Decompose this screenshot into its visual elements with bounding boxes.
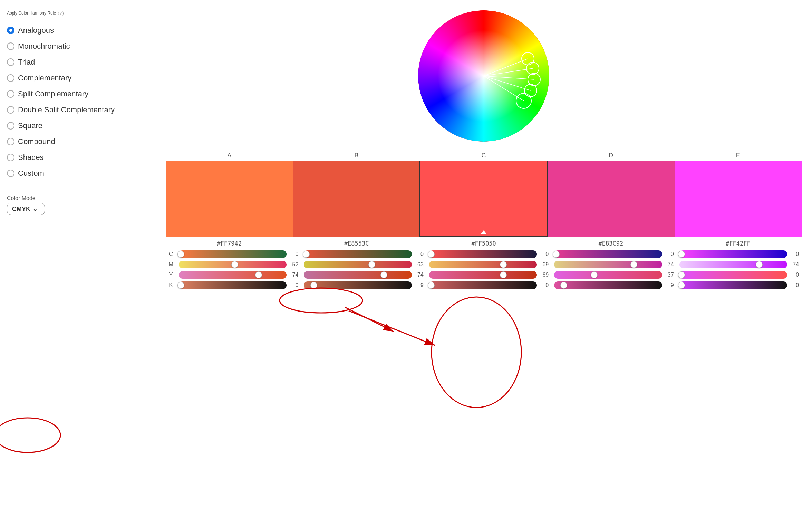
slider-value-E-M: 74	[789, 261, 799, 268]
color-bar-A[interactable]	[166, 161, 293, 237]
slider-col-A-M: 52	[176, 261, 301, 268]
slider-thumb-A-Y	[255, 271, 262, 278]
slider-col-E-K: 0	[677, 281, 802, 289]
slider-col-E-Y: 0	[677, 271, 802, 279]
hex-C: #FF5050	[420, 240, 547, 247]
radio-option-analogous[interactable]: Analogous	[7, 22, 152, 38]
radio-option-split-complementary[interactable]: Split Complementary	[7, 86, 152, 102]
radio-label-analogous: Analogous	[18, 26, 54, 35]
color-mode-select[interactable]: CMYK ⌄	[7, 203, 45, 215]
radio-label-custom: Custom	[18, 169, 44, 178]
slider-thumb-B-K	[310, 282, 317, 289]
slider-col-C-C: 0	[426, 250, 551, 258]
selected-arrow	[481, 230, 486, 234]
slider-thumb-B-Y	[380, 271, 387, 278]
slider-value-A-Y: 74	[289, 272, 298, 278]
radio-option-compound[interactable]: Compound	[7, 134, 152, 150]
radio-circle-shades	[7, 154, 14, 161]
slider-track-D-C[interactable]	[554, 250, 662, 258]
radio-option-complementary[interactable]: Complementary	[7, 70, 152, 86]
radio-label-square: Square	[18, 121, 42, 130]
slider-thumb-E-M	[756, 261, 763, 268]
slider-col-A-Y: 74	[176, 271, 301, 279]
slider-thumb-D-C	[553, 251, 560, 258]
slider-col-D-M: 74	[551, 261, 676, 268]
color-bar-C[interactable]	[419, 161, 548, 237]
slider-track-D-Y[interactable]	[554, 271, 662, 279]
slider-thumb-D-Y	[591, 271, 598, 278]
slider-value-B-Y: 74	[414, 272, 424, 278]
slider-col-C-K: 0	[426, 281, 551, 289]
swatches-area: A B C D E #FF7942 #E8553C #FF5050	[166, 152, 802, 292]
slider-col-A-C: 0	[176, 250, 301, 258]
help-icon[interactable]: ?	[58, 11, 64, 16]
slider-track-C-Y[interactable]	[429, 271, 537, 279]
slider-col-B-Y: 74	[301, 271, 426, 279]
slider-track-D-M[interactable]	[554, 261, 662, 268]
slider-track-C-M[interactable]	[429, 261, 537, 268]
color-bar-B[interactable]	[293, 161, 420, 237]
color-bar-E[interactable]	[675, 161, 802, 237]
slider-track-B-Y[interactable]	[304, 271, 412, 279]
slider-track-A-K[interactable]	[179, 281, 287, 289]
slider-col-D-K: 9	[551, 281, 676, 289]
color-wheel[interactable]: →	[418, 10, 549, 142]
slider-col-E-M: 74	[677, 261, 802, 268]
slider-thumb-C-Y	[500, 271, 507, 278]
slider-value-D-K: 9	[664, 282, 674, 288]
slider-thumb-E-Y	[678, 271, 685, 278]
slider-group-Y: 747469370	[176, 271, 802, 279]
slider-value-C-K: 0	[539, 282, 549, 288]
slider-group-K: 09090	[176, 281, 802, 289]
slider-track-B-K[interactable]	[304, 281, 412, 289]
radio-option-double-split-complementary[interactable]: Double Split Complementary	[7, 102, 152, 118]
radio-circle-monochromatic	[7, 42, 14, 50]
slider-track-D-K[interactable]	[554, 281, 662, 289]
slider-value-E-C: 0	[789, 251, 799, 257]
slider-thumb-D-K	[560, 282, 567, 289]
radio-label-monochromatic: Monochromatic	[18, 42, 70, 51]
color-mode-value: CMYK	[12, 205, 30, 213]
col-label-E: E	[675, 152, 802, 159]
slider-row-K: K09090	[166, 281, 802, 289]
slider-track-B-M[interactable]	[304, 261, 412, 268]
slider-track-C-K[interactable]	[429, 281, 537, 289]
slider-track-C-C[interactable]	[429, 250, 537, 258]
radio-option-shades[interactable]: Shades	[7, 150, 152, 165]
slider-track-E-M[interactable]	[679, 261, 787, 268]
slider-thumb-E-K	[678, 282, 685, 289]
slider-row-Y: Y747469370	[166, 271, 802, 279]
slider-value-A-K: 0	[289, 282, 298, 288]
slider-track-E-Y[interactable]	[679, 271, 787, 279]
slider-col-D-C: 0	[551, 250, 676, 258]
slider-value-A-M: 52	[289, 261, 298, 268]
slider-col-D-Y: 37	[551, 271, 676, 279]
slider-label-C: C	[166, 251, 176, 258]
slider-value-A-C: 0	[289, 251, 298, 257]
radio-label-double-split-complementary: Double Split Complementary	[18, 105, 115, 114]
slider-col-E-C: 0	[677, 250, 802, 258]
slider-track-E-C[interactable]	[679, 250, 787, 258]
slider-group-C: 00000	[176, 250, 802, 258]
slider-value-B-M: 63	[414, 261, 424, 268]
slider-thumb-B-M	[368, 261, 375, 268]
slider-label-K: K	[166, 282, 176, 289]
slider-track-A-M[interactable]	[179, 261, 287, 268]
hex-A: #FF7942	[166, 240, 293, 247]
slider-thumb-B-C	[303, 251, 310, 258]
radio-option-custom[interactable]: Custom	[7, 165, 152, 181]
slider-value-E-Y: 0	[789, 272, 799, 278]
slider-track-A-Y[interactable]	[179, 271, 287, 279]
center-arrow: →	[532, 76, 536, 82]
radio-option-monochromatic[interactable]: Monochromatic	[7, 38, 152, 54]
slider-track-E-K[interactable]	[679, 281, 787, 289]
radio-option-triad[interactable]: Triad	[7, 54, 152, 70]
radio-option-square[interactable]: Square	[7, 118, 152, 134]
radio-circle-square	[7, 122, 14, 130]
radio-label-compound: Compound	[18, 137, 55, 146]
slider-track-B-C[interactable]	[304, 250, 412, 258]
radio-label-shades: Shades	[18, 153, 44, 162]
slider-thumb-A-M	[231, 261, 238, 268]
slider-track-A-C[interactable]	[179, 250, 287, 258]
color-bar-D[interactable]	[548, 161, 675, 237]
